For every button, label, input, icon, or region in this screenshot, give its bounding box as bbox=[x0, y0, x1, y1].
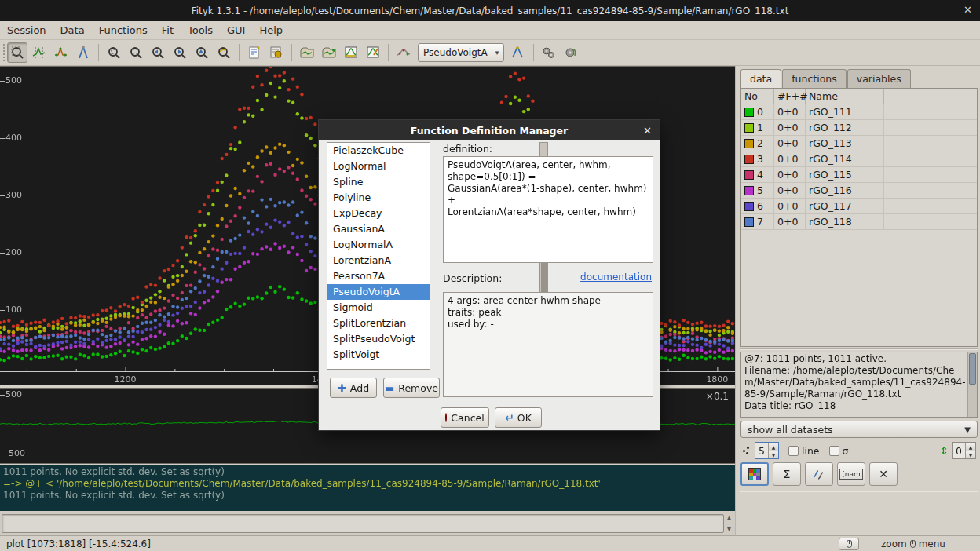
menu-functions[interactable]: Functions bbox=[92, 22, 155, 38]
axis-tick-label: 400 bbox=[5, 133, 22, 143]
zoom-up-button[interactable] bbox=[192, 42, 212, 63]
menu-session[interactable]: Session bbox=[0, 22, 53, 38]
spin-up-icon[interactable]: ▲ bbox=[769, 443, 778, 451]
append-data-button[interactable] bbox=[319, 42, 339, 63]
zoom-selection-button[interactable] bbox=[126, 42, 146, 63]
spin-up-icon[interactable]: ▲ bbox=[966, 443, 975, 451]
add-function-button[interactable] bbox=[508, 42, 528, 63]
function-list-item[interactable]: GaussianA bbox=[327, 221, 430, 237]
col-extra bbox=[884, 89, 977, 104]
add-button[interactable]: ✚Add bbox=[330, 378, 377, 398]
dialog-titlebar[interactable]: Function Definition Manager ✕ bbox=[319, 120, 660, 140]
baseline-mode-button[interactable] bbox=[73, 42, 93, 63]
axis-tick-mark bbox=[0, 138, 5, 139]
function-list-item[interactable]: Spline bbox=[327, 174, 430, 190]
sidebar: data functions variables No #F+# Name 0 … bbox=[738, 66, 980, 535]
function-list-item[interactable]: SplitPseudoVoigt bbox=[327, 331, 430, 347]
open-data-button[interactable] bbox=[297, 42, 317, 63]
zoom-all-button[interactable] bbox=[104, 42, 124, 63]
function-list-item[interactable]: PseudoVoigtA bbox=[327, 284, 430, 300]
function-list-item[interactable]: ExpDecay bbox=[327, 206, 430, 221]
axis-tick-label: 1200 bbox=[113, 374, 138, 385]
menu-data[interactable]: Data bbox=[53, 22, 92, 38]
table-row[interactable]: 3 0+0 rGO_114 bbox=[741, 151, 977, 167]
function-list-item[interactable]: Sigmoid bbox=[327, 300, 430, 316]
add-peak-mode-button[interactable] bbox=[51, 42, 71, 63]
command-input[interactable] bbox=[2, 514, 724, 533]
menu-fit[interactable]: Fit bbox=[155, 22, 181, 38]
edit-plot-button[interactable] bbox=[363, 42, 383, 63]
scroll-up-icon[interactable]: ▲ bbox=[727, 515, 731, 521]
scroll-thumb[interactable] bbox=[969, 353, 976, 385]
execute-script-button[interactable] bbox=[266, 42, 287, 63]
ok-button[interactable]: ↵OK bbox=[495, 407, 542, 428]
menu-tools[interactable]: Tools bbox=[181, 22, 220, 38]
script-editor-button[interactable] bbox=[244, 42, 265, 63]
line-checkbox[interactable] bbox=[788, 446, 799, 456]
data-transform-button[interactable] bbox=[393, 42, 414, 63]
run-fit-button[interactable] bbox=[561, 42, 581, 63]
function-list-item[interactable]: LogNormalA bbox=[327, 237, 430, 253]
function-list-item[interactable]: Pearson7A bbox=[327, 268, 430, 284]
function-list-item[interactable]: LorentzianA bbox=[327, 253, 430, 268]
zoom-left-button[interactable] bbox=[148, 42, 168, 63]
zoom-mode-button[interactable] bbox=[7, 42, 27, 63]
magnifier-icon bbox=[10, 46, 24, 60]
zoom-previous-button[interactable] bbox=[214, 42, 234, 63]
save-plot-button[interactable] bbox=[341, 42, 361, 63]
sum-button[interactable]: Σ bbox=[773, 462, 801, 486]
table-row[interactable]: 2 0+0 rGO_113 bbox=[741, 136, 977, 151]
table-row[interactable]: 5 0+0 rGO_116 bbox=[741, 183, 977, 199]
table-row[interactable]: 1 0+0 rGO_112 bbox=[741, 120, 977, 136]
delete-dataset-button[interactable]: ✕ bbox=[869, 462, 898, 486]
cancel-button[interactable]: Cancel bbox=[441, 407, 489, 428]
function-definition-manager-dialog: Function Definition Manager ✕ PielaszekC… bbox=[318, 119, 660, 431]
dataset-colors-button[interactable] bbox=[740, 462, 769, 486]
execute-script-icon bbox=[269, 46, 283, 60]
chevron-down-icon: ▾ bbox=[495, 49, 499, 57]
function-type-select[interactable]: PseudoVoigtA ▾ bbox=[418, 43, 504, 62]
app-window: Fityk 1.3.1 - /home/aleplo/test/Document… bbox=[0, 0, 980, 551]
table-row[interactable]: 7 0+0 rGO_118 bbox=[741, 214, 977, 230]
menu-help[interactable]: Help bbox=[252, 22, 290, 38]
documentation-link[interactable]: documentation bbox=[580, 272, 652, 283]
input-scrollbar[interactable]: ▲▼ bbox=[724, 513, 734, 534]
copy-functions-button[interactable] bbox=[805, 462, 833, 486]
function-list-item[interactable]: Polyline bbox=[327, 190, 430, 206]
table-row[interactable]: 4 0+0 rGO_115 bbox=[741, 167, 977, 183]
spin-down-icon[interactable]: ▼ bbox=[769, 451, 778, 458]
dialog-close-icon[interactable]: ✕ bbox=[643, 125, 652, 137]
point-size-spinner[interactable]: 5 ▲▼ bbox=[755, 442, 779, 459]
function-list-item[interactable]: SplitLorentzian bbox=[327, 316, 430, 331]
tab-functions[interactable]: functions bbox=[782, 69, 847, 88]
mouse-mode-button[interactable] bbox=[839, 538, 859, 550]
function-list-item[interactable]: SplitVoigt bbox=[327, 347, 430, 363]
window-close-icon[interactable]: ✕ bbox=[964, 4, 972, 16]
menu-gui[interactable]: GUI bbox=[220, 22, 252, 38]
info-scrollbar[interactable] bbox=[967, 352, 977, 417]
data-range-mode-button[interactable] bbox=[29, 42, 49, 63]
sigma-checkbox[interactable] bbox=[829, 446, 839, 456]
table-row[interactable]: 0 0+0 rGO_111 bbox=[741, 104, 977, 120]
definition-textarea[interactable]: PseudoVoigtA(area, center, hwhm, shape=0… bbox=[443, 156, 653, 263]
rename-button[interactable]: [nam bbox=[837, 462, 865, 486]
axis-tick-mark bbox=[0, 253, 5, 254]
dataset-filter-select[interactable]: show all datasets ▼ bbox=[740, 421, 978, 438]
status-coordinates: plot [1073:1818] [-15.4:524.6] bbox=[0, 536, 832, 551]
function-list-item[interactable]: LogNormal bbox=[327, 159, 430, 174]
zoom-right-icon bbox=[173, 46, 187, 60]
shift-spinner[interactable]: 0 ▲▼ bbox=[952, 442, 976, 459]
function-list[interactable]: PielaszekCubeLogNormalSplinePolylineExpD… bbox=[327, 142, 430, 370]
function-list-item[interactable]: PielaszekCube bbox=[327, 143, 430, 159]
tab-data[interactable]: data bbox=[740, 69, 781, 88]
remove-button[interactable]: ▬Remove bbox=[383, 378, 440, 398]
tab-variables[interactable]: variables bbox=[847, 69, 911, 88]
table-row[interactable]: 6 0+0 rGO_117 bbox=[741, 199, 977, 214]
spin-down-icon[interactable]: ▼ bbox=[966, 451, 975, 458]
zoom-right-button[interactable] bbox=[170, 42, 190, 63]
fit-settings-button[interactable] bbox=[539, 42, 559, 63]
separator bbox=[740, 491, 978, 492]
console-command-line: =-> @+ < '/home/aleplo/test/Documents/Ch… bbox=[3, 478, 732, 490]
dataset-color-swatch bbox=[744, 186, 754, 195]
scroll-down-icon[interactable]: ▼ bbox=[727, 526, 731, 532]
